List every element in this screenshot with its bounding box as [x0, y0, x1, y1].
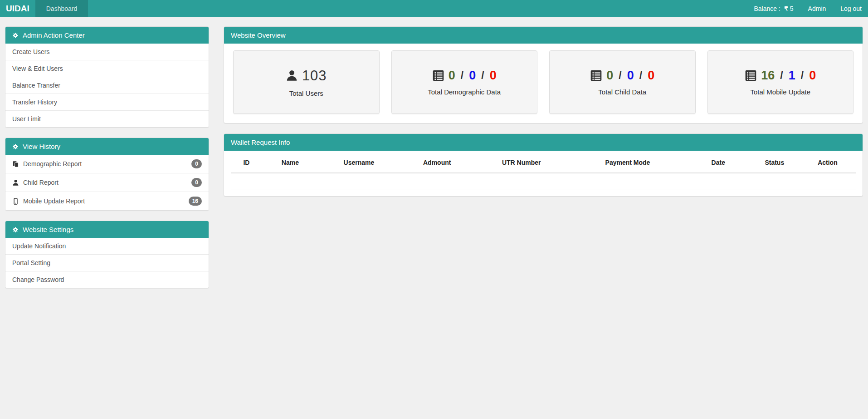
- list-icon: [745, 69, 757, 82]
- phone-icon: [12, 198, 19, 205]
- child-approved-count: 0: [606, 69, 613, 83]
- gear-icon: [12, 32, 19, 39]
- page-layout: Admin Action Center Create Users View & …: [0, 17, 868, 298]
- top-navbar: UIDAI Dashboard Balance :₹5 Admin Log ou…: [0, 0, 868, 17]
- column-header-username: Username: [318, 151, 400, 173]
- panel-view-history: View History Demographic Report 0: [5, 138, 209, 211]
- website-settings-list: Update Notification Portal Setting Chang…: [5, 238, 209, 288]
- view-history-list: Demographic Report 0 Child Report 0: [5, 155, 209, 210]
- documents-icon: [12, 161, 19, 168]
- demographic-pending-count: 0: [469, 69, 476, 83]
- child-rejected-count: 0: [648, 69, 654, 83]
- admin-action-list: Create Users View & Edit Users Balance T…: [5, 44, 209, 127]
- list-icon: [590, 69, 602, 82]
- navbar-right: Balance :₹5 Admin Log out: [754, 0, 868, 17]
- sidebar-item-label: Transfer History: [12, 99, 57, 106]
- gear-icon: [12, 143, 19, 150]
- sidebar-item-label: Change Password: [12, 276, 64, 283]
- sidebar-item-transfer-history[interactable]: Transfer History: [5, 94, 209, 111]
- user-icon: [286, 69, 298, 82]
- stat-card-label: Total Mobile Update: [750, 88, 810, 96]
- column-header-action: Action: [800, 151, 856, 173]
- sidebar-item-label: Create Users: [12, 48, 49, 55]
- panel-title: View History: [23, 143, 60, 150]
- sidebar-item-label: Mobile Update Report: [23, 197, 85, 205]
- wallet-table-container: ID Name Username Admount UTR Number Paym…: [224, 151, 863, 196]
- sidebar-item-demographic-report[interactable]: Demographic Report 0: [5, 155, 209, 173]
- sidebar-item-label: Balance Transfer: [12, 82, 60, 89]
- column-header-status: Status: [750, 151, 800, 173]
- count-badge: 16: [189, 197, 202, 206]
- sidebar-item-label: User Limit: [12, 115, 41, 123]
- balance-display: Balance :₹5: [754, 5, 794, 12]
- value-separator: /: [780, 69, 783, 82]
- stat-card-total-demographic-data[interactable]: 0 / 0 / 0 Total Demographic Data: [391, 50, 538, 114]
- balance-value: 5: [790, 5, 794, 12]
- value-separator: /: [481, 69, 484, 82]
- stat-card-total-child-data[interactable]: 0 / 0 / 0 Total Child Data: [549, 50, 696, 114]
- column-header-date: Date: [687, 151, 750, 173]
- panel-wallet-request-info: Wallet Request Info ID Name Username Adm…: [224, 133, 863, 197]
- panel-title: Website Overview: [231, 31, 286, 39]
- overview-cards: 103 Total Users 0: [224, 44, 863, 123]
- balance-label: Balance :: [754, 5, 780, 12]
- mobile-rejected-count: 0: [809, 69, 816, 83]
- column-header-name: Name: [262, 151, 318, 173]
- stat-card-total-mobile-update[interactable]: 16 / 1 / 0 Total Mobile Update: [707, 50, 854, 114]
- sidebar-item-label: View & Edit Users: [12, 65, 63, 72]
- count-badge: 0: [191, 159, 202, 168]
- admin-menu[interactable]: Admin: [808, 5, 826, 12]
- panel-title: Admin Action Center: [23, 31, 85, 39]
- sidebar-item-label: Demographic Report: [23, 160, 82, 168]
- value-separator: /: [639, 69, 642, 82]
- logout-link[interactable]: Log out: [840, 5, 862, 12]
- rupee-icon: ₹: [784, 5, 788, 12]
- demographic-approved-count: 0: [449, 69, 455, 83]
- table-header-row: ID Name Username Admount UTR Number Paym…: [231, 151, 856, 173]
- sidebar-item-change-password[interactable]: Change Password: [5, 271, 209, 288]
- table-empty-row: [231, 173, 856, 189]
- sidebar-item-view-edit-users[interactable]: View & Edit Users: [5, 60, 209, 77]
- panel-admin-action-center-header: Admin Action Center: [5, 27, 209, 44]
- gear-icon: [12, 227, 19, 233]
- sidebar-item-label: Portal Setting: [12, 259, 50, 266]
- tab-dashboard[interactable]: Dashboard: [35, 0, 88, 17]
- sidebar-item-user-limit[interactable]: User Limit: [5, 111, 209, 127]
- user-icon: [12, 179, 19, 186]
- main-content: Website Overview 103 Total Users: [224, 26, 863, 197]
- panel-website-overview: Website Overview 103 Total Users: [224, 26, 863, 123]
- stat-card-label: Total Child Data: [598, 88, 646, 96]
- panel-website-settings-header: Website Settings: [5, 221, 209, 238]
- sidebar-item-label: Update Notification: [12, 242, 66, 250]
- panel-title: Wallet Request Info: [231, 138, 290, 146]
- panel-wallet-request-info-header: Wallet Request Info: [224, 134, 863, 151]
- mobile-approved-count: 16: [761, 69, 775, 83]
- column-header-payment-mode: Payment Mode: [568, 151, 687, 173]
- total-users-value: 103: [302, 68, 327, 84]
- brand-logo[interactable]: UIDAI: [0, 0, 35, 17]
- count-badge: 0: [191, 178, 202, 187]
- sidebar-item-create-users[interactable]: Create Users: [5, 44, 209, 60]
- sidebar: Admin Action Center Create Users View & …: [5, 26, 209, 298]
- panel-website-overview-header: Website Overview: [224, 27, 863, 44]
- stat-card-total-users[interactable]: 103 Total Users: [233, 50, 380, 114]
- column-header-utr-number: UTR Number: [474, 151, 568, 173]
- sidebar-item-update-notification[interactable]: Update Notification: [5, 238, 209, 255]
- panel-website-settings: Website Settings Update Notification Por…: [5, 221, 209, 288]
- child-pending-count: 0: [627, 69, 634, 83]
- panel-title: Website Settings: [23, 226, 73, 233]
- stat-card-label: Total Demographic Data: [428, 88, 501, 96]
- panel-view-history-header: View History: [5, 138, 209, 155]
- column-header-admount: Admount: [400, 151, 474, 173]
- sidebar-item-portal-setting[interactable]: Portal Setting: [5, 255, 209, 271]
- sidebar-item-mobile-update-report[interactable]: Mobile Update Report 16: [5, 192, 209, 210]
- wallet-request-table: ID Name Username Admount UTR Number Paym…: [231, 151, 856, 189]
- panel-admin-action-center: Admin Action Center Create Users View & …: [5, 26, 209, 128]
- sidebar-item-balance-transfer[interactable]: Balance Transfer: [5, 77, 209, 94]
- stat-card-label: Total Users: [289, 89, 323, 97]
- value-separator: /: [801, 69, 804, 82]
- value-separator: /: [461, 69, 463, 82]
- demographic-rejected-count: 0: [490, 69, 497, 83]
- column-header-id: ID: [231, 151, 262, 173]
- sidebar-item-child-report[interactable]: Child Report 0: [5, 173, 209, 192]
